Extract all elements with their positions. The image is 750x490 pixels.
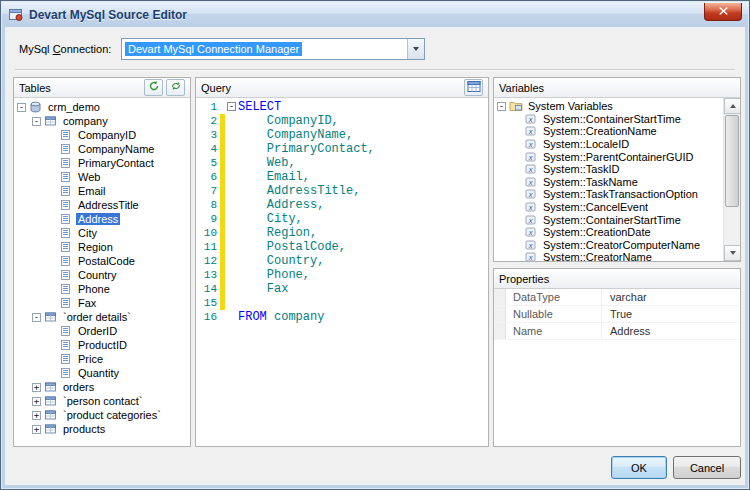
tree-item[interactable]: Phone: [14, 282, 190, 296]
code-line[interactable]: [238, 296, 488, 310]
code-line[interactable]: AddressTitle,: [238, 184, 488, 198]
tree-item[interactable]: CompanyID: [14, 128, 190, 142]
tree-item[interactable]: AddressTitle: [14, 198, 190, 212]
tables-panel: Tables -crm_demo-companyCompanyIDCompany…: [13, 77, 191, 447]
code-line[interactable]: SELECT: [238, 100, 488, 114]
connection-combobox[interactable]: Devart MySql Connection Manager: [121, 38, 425, 60]
tree-item-label: System::TaskName: [541, 176, 640, 188]
refresh-schema-button[interactable]: [166, 79, 185, 96]
code-token: Phone,: [238, 268, 310, 282]
expand-icon[interactable]: +: [32, 397, 41, 406]
tree-item[interactable]: CompanyName: [14, 142, 190, 156]
tree-item[interactable]: Email: [14, 184, 190, 198]
code-line[interactable]: Address,: [238, 198, 488, 212]
scrollbar[interactable]: [723, 98, 740, 261]
tree-item[interactable]: xSystem::CreationDate: [494, 226, 723, 239]
tree-item[interactable]: Region: [14, 240, 190, 254]
property-row[interactable]: NullableTrue: [494, 306, 740, 323]
code-line[interactable]: CompanyName,: [238, 128, 488, 142]
line-number: 3: [196, 128, 217, 142]
sql-editor[interactable]: 12345678910111213141516 - SELECT Company…: [196, 98, 488, 446]
code-line[interactable]: Country,: [238, 254, 488, 268]
tree-item[interactable]: xSystem::CreatorComputerName: [494, 239, 723, 252]
tree-item[interactable]: +products: [14, 422, 190, 436]
tree-item[interactable]: xSystem::ContainerStartTime: [494, 213, 723, 226]
collapse-icon[interactable]: -: [32, 117, 41, 126]
code-line[interactable]: Region,: [238, 226, 488, 240]
tree-item[interactable]: City: [14, 226, 190, 240]
tree-item[interactable]: PostalCode: [14, 254, 190, 268]
tree-item[interactable]: Country: [14, 268, 190, 282]
code-line[interactable]: City,: [238, 212, 488, 226]
tree-item[interactable]: xSystem::TaskID: [494, 163, 723, 176]
tree-item[interactable]: PrimaryContact: [14, 156, 190, 170]
column-icon: [59, 367, 73, 379]
tree-item[interactable]: Web: [14, 170, 190, 184]
variables-panel: Variables -System VariablesxSystem::Cont…: [493, 77, 741, 262]
tables-tree: -crm_demo-companyCompanyIDCompanyNamePri…: [14, 98, 190, 436]
tree-item[interactable]: Quantity: [14, 366, 190, 380]
tree-item[interactable]: OrderID: [14, 324, 190, 338]
scrollbar-down-button[interactable]: [724, 245, 740, 261]
property-row[interactable]: NameAddress: [494, 323, 740, 340]
scrollbar-thumb[interactable]: [725, 115, 739, 207]
variables-panel-title: Variables: [499, 82, 735, 94]
refresh-button[interactable]: [144, 79, 163, 96]
property-row[interactable]: DataTypevarchar: [494, 289, 740, 306]
tree-item[interactable]: xSystem::CreatorName: [494, 251, 723, 261]
code-line[interactable]: PostalCode,: [238, 240, 488, 254]
tree-item[interactable]: xSystem::ContainerStartTime: [494, 113, 723, 126]
properties-grid: DataTypevarcharNullableTrueNameAddress: [494, 289, 740, 446]
code-line[interactable]: Web,: [238, 156, 488, 170]
chevron-down-icon[interactable]: [407, 39, 424, 59]
preview-button[interactable]: [464, 79, 483, 96]
column-icon: [59, 129, 73, 141]
tree-item[interactable]: xSystem::TaskTransactionOption: [494, 188, 723, 201]
tree-item[interactable]: +`person contact`: [14, 394, 190, 408]
code-line[interactable]: PrimaryContact,: [238, 142, 488, 156]
sql-code[interactable]: SELECT CompanyID, CompanyName, PrimaryCo…: [238, 100, 488, 446]
tree-item[interactable]: +orders: [14, 380, 190, 394]
tree-item[interactable]: -`order details`: [14, 310, 190, 324]
tree-item[interactable]: -company: [14, 114, 190, 128]
tree-item[interactable]: xSystem::CreationName: [494, 125, 723, 138]
tree-item[interactable]: xSystem::LocaleID: [494, 138, 723, 151]
code-line[interactable]: Phone,: [238, 268, 488, 282]
tree-item[interactable]: -crm_demo: [14, 100, 190, 114]
tree-item[interactable]: xSystem::ParentContainerGUID: [494, 150, 723, 163]
tree-item-label: PrimaryContact: [76, 157, 156, 169]
tree-item[interactable]: +`product categories`: [14, 408, 190, 422]
expand-icon[interactable]: +: [32, 425, 41, 434]
code-line[interactable]: CompanyID,: [238, 114, 488, 128]
ok-button[interactable]: OK: [611, 456, 667, 479]
tree-item[interactable]: xSystem::CancelEvent: [494, 201, 723, 214]
code-line[interactable]: FROM company: [238, 310, 488, 324]
collapse-icon[interactable]: -: [17, 103, 26, 112]
expand-icon[interactable]: +: [32, 383, 41, 392]
tree-item[interactable]: -System Variables: [494, 100, 723, 113]
variables-tree[interactable]: -System VariablesxSystem::ContainerStart…: [494, 98, 723, 261]
code-line[interactable]: Email,: [238, 170, 488, 184]
table-icon: [44, 311, 58, 323]
expand-icon[interactable]: +: [32, 411, 41, 420]
tree-item[interactable]: Price: [14, 352, 190, 366]
tree-item[interactable]: Address: [14, 212, 190, 226]
tables-tree-container[interactable]: -crm_demo-companyCompanyIDCompanyNamePri…: [14, 98, 190, 446]
titlebar[interactable]: Devart MySql Source Editor: [2, 2, 748, 27]
tree-item[interactable]: ProductID: [14, 338, 190, 352]
triangle-up-icon: [730, 104, 736, 108]
tree-item[interactable]: Fax: [14, 296, 190, 310]
code-line[interactable]: Fax: [238, 282, 488, 296]
tree-item-label: System::TaskTransactionOption: [541, 188, 700, 200]
scrollbar-up-button[interactable]: [724, 98, 740, 114]
collapse-icon[interactable]: -: [497, 102, 506, 111]
close-button[interactable]: [704, 3, 742, 21]
cancel-button[interactable]: Cancel: [673, 456, 741, 479]
collapse-icon[interactable]: -: [32, 313, 41, 322]
connection-label: MySql Connection:: [19, 43, 111, 55]
svg-text:x: x: [528, 165, 533, 174]
connection-label-text: onnection:: [61, 43, 112, 55]
property-name: DataType: [506, 289, 602, 305]
tree-item[interactable]: xSystem::TaskName: [494, 176, 723, 189]
fold-collapse-icon[interactable]: -: [227, 102, 236, 111]
